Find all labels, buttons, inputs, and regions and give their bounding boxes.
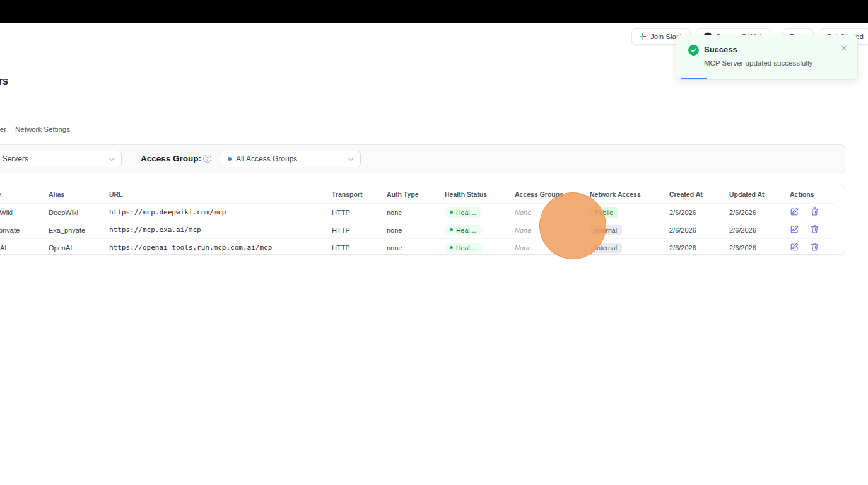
server-filter-select[interactable]: All Servers bbox=[0, 151, 122, 167]
col-access-groups: Access Groups bbox=[515, 190, 590, 198]
success-toast: Success MCP Server updated successfully … bbox=[676, 35, 858, 80]
cell-network-access: Public bbox=[590, 207, 669, 218]
cell-health: Healthy bbox=[445, 225, 515, 235]
table-row: Exa_private Exa_private https://mcp.exa.… bbox=[0, 221, 835, 238]
servers-table: Name Alias URL Transport Auth Type Healt… bbox=[0, 185, 845, 255]
filter-bar bbox=[0, 144, 845, 173]
edit-icon[interactable] bbox=[790, 225, 799, 236]
health-label: Healthy bbox=[456, 209, 478, 216]
delete-icon[interactable] bbox=[810, 207, 819, 218]
col-updated-at: Updated At bbox=[729, 190, 790, 198]
cell-access-groups: None bbox=[515, 244, 590, 252]
col-transport: Transport bbox=[332, 190, 387, 198]
cell-network-access: Internal bbox=[590, 243, 669, 253]
cell-transport: HTTP bbox=[332, 226, 387, 234]
top-banner bbox=[0, 0, 868, 23]
toast-title: Success bbox=[704, 45, 737, 54]
cell-name: DeepWiki bbox=[0, 209, 49, 216]
page-title: MCP Servers bbox=[0, 76, 8, 87]
col-created-at: Created At bbox=[669, 190, 729, 198]
health-label: Healthy bbox=[456, 244, 478, 252]
delete-icon[interactable] bbox=[810, 225, 819, 236]
cell-name: Exa_private bbox=[0, 226, 49, 234]
cell-auth-type: none bbox=[387, 244, 445, 252]
success-check-icon bbox=[688, 45, 699, 58]
table-header: Name Alias URL Transport Auth Type Healt… bbox=[0, 185, 835, 203]
cell-url: https://mcp.deepwiki.com/mcp bbox=[109, 208, 332, 216]
access-group-select[interactable]: All Access Groups bbox=[220, 151, 361, 167]
cell-health: Healthy bbox=[445, 243, 515, 253]
table-row: OpenAI OpenAI https://openai-tools.run.m… bbox=[0, 238, 835, 256]
server-filter-value: All Servers bbox=[0, 155, 28, 163]
cell-access-groups: None bbox=[515, 209, 590, 216]
col-actions: Actions bbox=[790, 190, 836, 198]
cell-updated-at: 2/6/2026 bbox=[729, 209, 790, 216]
cell-created-at: 2/6/2026 bbox=[669, 226, 729, 234]
cell-transport: HTTP bbox=[332, 209, 387, 216]
edit-icon[interactable] bbox=[790, 242, 799, 254]
health-dot-icon bbox=[450, 246, 453, 249]
cell-updated-at: 2/6/2026 bbox=[729, 244, 790, 252]
health-label: Healthy bbox=[456, 226, 478, 234]
toast-message: MCP Server updated successfully bbox=[704, 59, 812, 67]
cell-actions bbox=[790, 225, 836, 236]
network-access-badge: Internal bbox=[590, 225, 622, 235]
cell-alias: Exa_private bbox=[49, 226, 109, 234]
health-status-badge: Healthy bbox=[445, 207, 483, 218]
health-dot-icon bbox=[450, 228, 453, 231]
cell-actions bbox=[790, 242, 836, 254]
help-icon[interactable]: ? bbox=[203, 155, 211, 163]
col-auth-type: Auth Type bbox=[387, 190, 445, 198]
col-network-access: Network Access bbox=[590, 190, 669, 198]
cell-url: https://openai-tools.run.mcp.com.ai/mcp bbox=[109, 243, 332, 252]
cell-transport: HTTP bbox=[332, 244, 387, 252]
cell-actions bbox=[790, 207, 836, 218]
health-status-badge: Healthy bbox=[445, 225, 483, 235]
chevron-down-icon bbox=[348, 157, 354, 161]
cell-alias: DeepWiki bbox=[49, 209, 109, 216]
cell-health: Healthy bbox=[445, 207, 515, 218]
table-row: DeepWiki DeepWiki https://mcp.deepwiki.c… bbox=[0, 203, 835, 221]
col-url: URL bbox=[109, 190, 332, 198]
tab-network-settings[interactable]: Network Settings bbox=[15, 126, 70, 133]
active-tab-indicator bbox=[681, 78, 707, 79]
cell-url: https://mcp.exa.ai/mcp bbox=[109, 226, 332, 234]
chevron-down-icon bbox=[108, 157, 115, 161]
col-alias: Alias bbox=[49, 190, 109, 198]
cell-access-groups: None bbox=[515, 226, 590, 234]
cell-updated-at: 2/6/2026 bbox=[729, 226, 790, 234]
cell-network-access: Internal bbox=[590, 225, 669, 235]
cell-alias: OpenAI bbox=[49, 244, 109, 252]
network-access-badge: Public bbox=[590, 207, 618, 218]
delete-icon[interactable] bbox=[810, 242, 819, 254]
tab-partial[interactable]: ter bbox=[0, 126, 6, 133]
cell-auth-type: none bbox=[387, 226, 445, 234]
health-status-badge: Healthy bbox=[445, 243, 483, 253]
col-health-status: Health Status bbox=[445, 190, 515, 198]
cell-created-at: 2/6/2026 bbox=[669, 209, 729, 216]
health-dot-icon bbox=[450, 211, 453, 214]
col-name: Name bbox=[0, 190, 49, 198]
cell-auth-type: none bbox=[387, 209, 445, 216]
access-group-value: All Access Groups bbox=[236, 155, 297, 163]
cell-created-at: 2/6/2026 bbox=[669, 244, 729, 252]
blue-dot-icon bbox=[228, 157, 232, 161]
edit-icon[interactable] bbox=[790, 207, 799, 218]
cell-name: OpenAI bbox=[0, 244, 49, 252]
access-group-label: Access Group: bbox=[141, 154, 201, 163]
network-access-badge: Internal bbox=[590, 243, 622, 253]
toast-close-icon[interactable]: ✕ bbox=[839, 43, 848, 54]
slack-icon bbox=[639, 33, 647, 40]
